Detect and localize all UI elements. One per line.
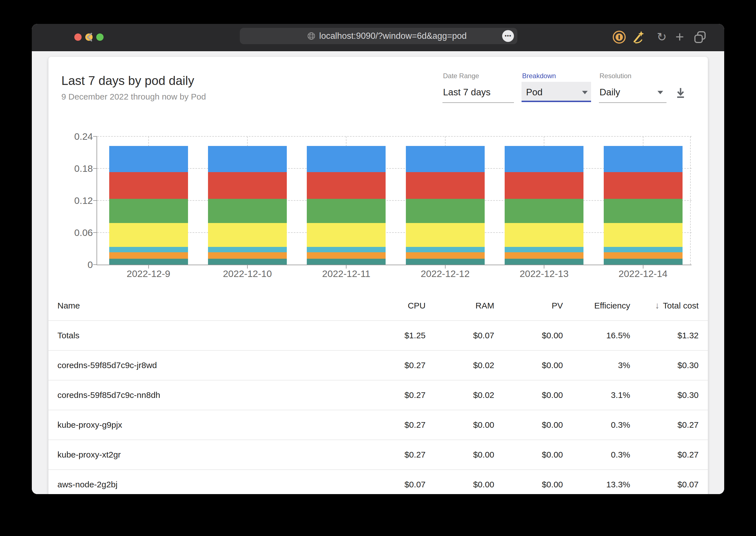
cell-ram: $0.02 xyxy=(426,380,494,410)
cell-pv: $0.00 xyxy=(494,470,563,494)
cell-pv: $0.00 xyxy=(494,320,563,351)
cell-ram: $0.00 xyxy=(426,410,494,440)
bar-segment-segment-red xyxy=(208,172,287,199)
desktop-background: localhost:9090/?window=6d&agg=pod ••• ↻ … xyxy=(0,0,756,536)
address-bar[interactable]: localhost:9090/?window=6d&agg=pod ••• xyxy=(240,28,517,44)
cell-efficiency: 0.3% xyxy=(563,440,630,470)
cell-total-cost: $0.27 xyxy=(630,440,708,470)
bar-segment-segment-blue xyxy=(604,146,683,172)
bar-segment-segment-blue xyxy=(307,146,386,172)
cell-total-cost: $0.30 xyxy=(630,380,708,410)
column-header-name[interactable]: Name xyxy=(49,291,358,320)
bar-segment-segment-orange xyxy=(307,252,386,259)
bar-segment-segment-red xyxy=(604,172,683,199)
column-header-ram[interactable]: RAM xyxy=(426,291,494,320)
table-header-row: NameCPURAMPVEfficiency↓Total cost xyxy=(49,291,708,320)
bar-segment-segment-cyan xyxy=(505,247,584,252)
bar-segment-segment-teal xyxy=(604,259,683,265)
bar-segment-segment-green xyxy=(505,199,584,223)
cell-total-cost: $0.07 xyxy=(630,470,708,494)
column-header-total-cost[interactable]: ↓Total cost xyxy=(630,291,708,320)
cell-name: kube-proxy-xt2gr xyxy=(49,440,358,470)
cell-ram: $0.00 xyxy=(426,440,494,470)
bar-segment-segment-teal xyxy=(208,259,287,265)
bar-segment-segment-green xyxy=(604,199,683,223)
y-axis-tick xyxy=(93,136,97,137)
table-row[interactable]: coredns-59f85d7c9c-jr8wd$0.27$0.02$0.003… xyxy=(49,351,708,380)
y-axis-tick xyxy=(93,232,97,233)
tab-overview-button[interactable] xyxy=(693,30,707,44)
bar-stack xyxy=(604,146,683,265)
bar-segment-segment-red xyxy=(109,172,188,199)
cell-cpu: $0.27 xyxy=(358,351,426,380)
cell-total-cost: $0.30 xyxy=(630,351,708,380)
column-header-efficiency[interactable]: Efficiency xyxy=(563,291,630,320)
bar-segment-segment-red xyxy=(307,172,386,199)
bar-segment-segment-blue xyxy=(406,146,485,172)
close-window-button[interactable] xyxy=(74,33,82,41)
allocation-table: NameCPURAMPVEfficiency↓Total cost Totals… xyxy=(49,291,708,494)
cell-cpu: $0.27 xyxy=(358,410,426,440)
table-row[interactable]: coredns-59f85d7c9c-nn8dh$0.27$0.02$0.003… xyxy=(49,380,708,410)
cell-total-cost: $0.27 xyxy=(630,410,708,440)
x-axis-line xyxy=(96,265,692,265)
bar-segment-segment-blue xyxy=(208,146,287,172)
x-axis-label: 2022-12-10 xyxy=(202,268,292,279)
cell-pv: $0.00 xyxy=(494,440,563,470)
column-header-pv[interactable]: PV xyxy=(494,291,563,320)
bar-stack xyxy=(406,146,485,265)
bar-segment-segment-green xyxy=(307,199,386,223)
page-background: Last 7 days by pod daily 9 December 2022… xyxy=(32,51,724,494)
cost-chart: 00.060.120.180.242022-12-92022-12-102022… xyxy=(49,57,708,289)
x-axis-label: 2022-12-11 xyxy=(301,268,391,279)
cell-efficiency: 0.3% xyxy=(563,410,630,440)
cell-efficiency: 16.5% xyxy=(563,320,630,351)
cell-efficiency: 13.3% xyxy=(563,470,630,494)
wand-extension-button[interactable] xyxy=(631,30,645,44)
bar-segment-segment-teal xyxy=(109,259,188,265)
cell-efficiency: 3.1% xyxy=(563,380,630,410)
onepassword-icon xyxy=(612,30,626,44)
bar-segment-segment-yellow xyxy=(109,223,188,247)
tabs-overview-icon xyxy=(693,30,707,44)
cell-name: kube-proxy-g9pjx xyxy=(49,410,358,440)
page-menu-button[interactable]: ••• xyxy=(502,30,514,42)
cell-ram: $0.02 xyxy=(426,351,494,380)
y-axis-tick xyxy=(93,168,97,169)
table-row[interactable]: Totals$1.25$0.07$0.0016.5%$1.32 xyxy=(49,320,708,351)
cell-pv: $0.00 xyxy=(494,380,563,410)
y-axis-label: 0.24 xyxy=(49,131,93,142)
chevron-left-icon xyxy=(84,31,96,43)
table-row[interactable]: aws-node-2g2bj$0.07$0.00$0.0013.3%$0.07 xyxy=(49,470,708,494)
x-axis-label: 2022-12-13 xyxy=(499,268,589,279)
onepassword-extension-button[interactable] xyxy=(612,30,626,44)
x-axis-label: 2022-12-14 xyxy=(598,268,688,279)
y-axis-label: 0 xyxy=(49,259,93,270)
table-row[interactable]: kube-proxy-xt2gr$0.27$0.00$0.000.3%$0.27 xyxy=(49,440,708,470)
bar-stack xyxy=(307,146,386,265)
table-row[interactable]: kube-proxy-g9pjx$0.27$0.00$0.000.3%$0.27 xyxy=(49,410,708,440)
zoom-window-button[interactable] xyxy=(96,33,104,41)
back-button[interactable] xyxy=(84,31,96,43)
bar-segment-segment-cyan xyxy=(307,247,386,252)
bar-stack xyxy=(505,146,584,265)
bar-segment-segment-orange xyxy=(406,252,485,259)
bar-segment-segment-yellow xyxy=(604,223,683,247)
bar-segment-segment-cyan xyxy=(208,247,287,252)
gridline-horizontal xyxy=(97,136,692,137)
bar-segment-segment-red xyxy=(505,172,584,199)
cell-total-cost: $1.32 xyxy=(630,320,708,351)
cell-name: coredns-59f85d7c9c-nn8dh xyxy=(49,380,358,410)
cell-pv: $0.00 xyxy=(494,410,563,440)
bar-segment-segment-yellow xyxy=(406,223,485,247)
new-tab-button[interactable]: + xyxy=(673,30,687,44)
y-axis-tick xyxy=(93,264,97,265)
x-axis-label: 2022-12-12 xyxy=(400,268,490,279)
y-axis-label: 0.06 xyxy=(49,227,93,238)
globe-icon xyxy=(307,32,315,40)
bar-segment-segment-teal xyxy=(406,259,485,265)
bar-segment-segment-orange xyxy=(208,252,287,259)
column-header-cpu[interactable]: CPU xyxy=(358,291,426,320)
reload-button[interactable]: ↻ xyxy=(655,30,668,44)
gridline-vertical xyxy=(690,136,691,265)
